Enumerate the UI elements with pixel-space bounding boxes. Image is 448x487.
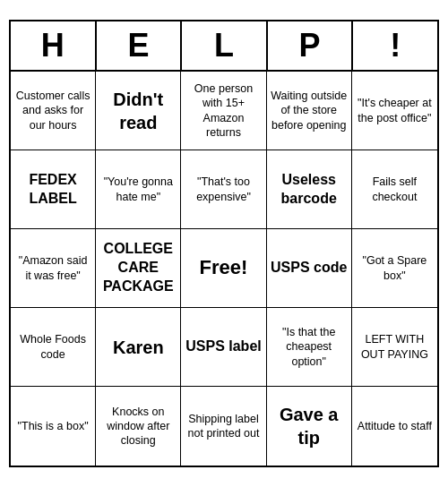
bingo-cell-19: LEFT WITH OUT PAYING [352, 308, 437, 387]
bingo-cell-13: USPS code [267, 229, 352, 308]
bingo-cell-3: Waiting outside of the store before open… [267, 72, 352, 150]
bingo-cell-4: "It's cheaper at the post office" [352, 72, 437, 150]
title-letter-e: E [97, 21, 183, 70]
bingo-cell-1: Didn't read [96, 72, 181, 150]
bingo-cell-17: USPS label [181, 308, 266, 387]
bingo-card: HELP! Customer calls and asks for our ho… [9, 20, 439, 467]
bingo-cell-12: Free! [181, 229, 266, 308]
bingo-cell-20: "This is a box" [11, 387, 96, 466]
bingo-cell-2: One person with 15+ Amazon returns [181, 72, 266, 150]
bingo-cell-22: Shipping label not printed out [181, 387, 266, 466]
bingo-cell-8: Useless barcode [267, 150, 352, 229]
title-letter-l: L [182, 21, 268, 70]
bingo-cell-6: "You're gonna hate me" [96, 150, 181, 229]
bingo-cell-7: "That's too expensive" [181, 150, 266, 229]
bingo-cell-15: Whole Foods code [11, 308, 96, 387]
bingo-cell-18: "Is that the cheapest option" [267, 308, 352, 387]
bingo-cell-0: Customer calls and asks for our hours [11, 72, 96, 150]
bingo-cell-23: Gave a tip [267, 387, 352, 466]
bingo-title: HELP! [11, 21, 437, 72]
bingo-cell-11: COLLEGE CARE PACKAGE [96, 229, 181, 308]
bingo-cell-21: Knocks on window after closing [96, 387, 181, 466]
bingo-cell-24: Attitude to staff [352, 387, 437, 466]
bingo-cell-10: "Amazon said it was free" [11, 229, 96, 308]
bingo-cell-14: "Got a Spare box" [352, 229, 437, 308]
bingo-grid: Customer calls and asks for our hoursDid… [11, 72, 437, 466]
bingo-cell-16: Karen [96, 308, 181, 387]
title-letter-h: H [11, 21, 97, 70]
bingo-cell-5: FEDEX LABEL [11, 150, 96, 229]
title-letter-!: ! [353, 21, 437, 70]
bingo-cell-9: Fails self checkout [352, 150, 437, 229]
title-letter-p: P [268, 21, 354, 70]
